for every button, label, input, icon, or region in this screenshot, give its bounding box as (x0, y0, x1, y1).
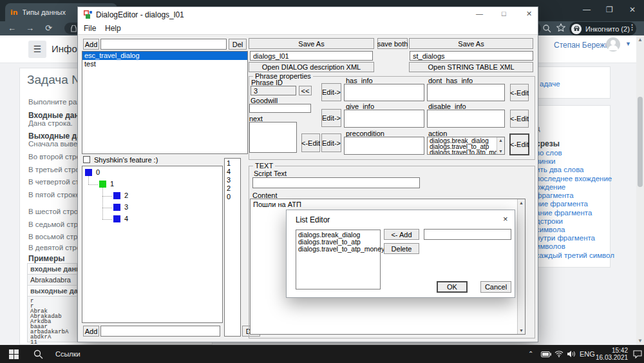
string-file-input[interactable]: st_dialogs (410, 51, 533, 61)
has-info-field[interactable] (344, 84, 424, 101)
menu-dots-icon[interactable]: ⋮ (629, 23, 636, 32)
edit-action-button[interactable]: <-Edit (509, 133, 529, 155)
scroll-up-icon[interactable]: ▲ (638, 37, 643, 43)
browser-maximize-icon[interactable]: ❐ (606, 5, 613, 14)
forward-icon[interactable]: → (26, 23, 34, 33)
tree-node-icon[interactable] (113, 215, 120, 222)
notification-icon[interactable] (633, 350, 642, 358)
tree-node-icon[interactable] (113, 204, 120, 211)
phrase-tree[interactable]: 0 1 2 3 4 (82, 166, 223, 323)
delete-dialog-button[interactable]: Del (229, 39, 247, 50)
avatar[interactable] (606, 37, 620, 52)
menu-help[interactable]: Help (105, 24, 121, 33)
caret-down-icon[interactable]: ▼ (625, 41, 631, 47)
bell-icon[interactable] (543, 40, 551, 49)
tree-node-label[interactable]: 0 (96, 168, 100, 176)
editor-maximize-icon[interactable]: □ (502, 10, 506, 17)
edit-precondition-button[interactable]: Edit-> (321, 133, 341, 152)
open-string-xml-button[interactable]: Open STRING TABLE XML (409, 62, 533, 72)
sidebar-link[interactable]: ождение (536, 183, 565, 191)
edit-give-info-button[interactable]: Edit-> (321, 109, 341, 127)
sidebar-link[interactable]: каждый третий символ (536, 251, 614, 259)
list-delete-button[interactable]: Delete (384, 243, 419, 254)
wifi-icon[interactable] (554, 350, 564, 357)
list-new-item-input[interactable] (424, 229, 511, 240)
add-dialog-button-bottom[interactable]: Add (83, 326, 99, 337)
action-scrollbar[interactable]: ▲ ▼ (497, 137, 504, 154)
dialog-close-icon[interactable]: × (503, 214, 508, 224)
browser-minimize-icon[interactable]: — (583, 5, 591, 14)
page-scrollbar[interactable] (636, 35, 644, 345)
tree-node-icon[interactable] (99, 181, 106, 188)
script-text-input[interactable] (252, 177, 420, 188)
language-indicator[interactable]: ENG (580, 350, 595, 358)
editor-minimize-icon[interactable]: — (476, 10, 483, 17)
sidebar-link[interactable]: ние фрагмента (536, 200, 588, 208)
sidebar-link[interactable]: дстроки (536, 217, 563, 225)
edit-disable-info-button[interactable]: <-Edit (510, 110, 529, 128)
sidebar-link[interactable]: нутри фрагмента (536, 234, 595, 242)
zoom-icon[interactable] (542, 24, 551, 33)
save-dialog-as-button[interactable]: Save As (249, 38, 374, 49)
feature-checkbox[interactable] (83, 156, 90, 163)
scroll-down-icon[interactable]: ▼ (638, 338, 643, 344)
tree-node-label[interactable]: 4 (124, 215, 128, 222)
next-listbox[interactable] (249, 122, 297, 153)
edit-next-button[interactable]: <-Edit (301, 133, 320, 152)
give-info-field[interactable] (344, 110, 424, 128)
save-table-as-button[interactable]: Save As (409, 38, 533, 49)
browser-close-icon[interactable]: ✕ (629, 5, 636, 14)
action-listbox[interactable]: dialogs.break_dialog dialogs.travel_to_a… (427, 137, 505, 155)
start-button[interactable] (9, 349, 19, 359)
scroll-down-icon[interactable]: ▼ (497, 149, 504, 153)
volume-icon[interactable] (567, 350, 576, 358)
clock[interactable]: 15:42 16.03.2021 (596, 347, 628, 361)
search-icon[interactable] (33, 349, 43, 359)
dont-has-info-field[interactable] (427, 84, 505, 101)
dialog-file-input[interactable]: dialogs_l01 (250, 51, 373, 61)
phrase-id-input[interactable]: 3 (251, 86, 296, 95)
sidebar-link[interactable]: ить два слова (536, 166, 584, 173)
battery-icon[interactable] (541, 351, 551, 357)
sidebar-link[interactable]: символа (536, 226, 565, 233)
precondition-field[interactable] (344, 137, 424, 155)
goodwill-input[interactable] (249, 104, 311, 113)
list-add-button[interactable]: <- Add (384, 229, 419, 240)
disable-info-field[interactable] (427, 110, 505, 128)
sidebar-link[interactable]: последнее вхождение (536, 175, 612, 182)
list-editor-listbox[interactable]: dialogs.break_dialog dialogs.travel_to_a… (296, 230, 381, 289)
tree-node-label[interactable]: 1 (110, 180, 114, 188)
add-dialog-input-bottom[interactable] (100, 326, 220, 337)
tree-node-label[interactable]: 2 (124, 191, 128, 199)
menu-file[interactable]: File (84, 24, 96, 33)
back-icon[interactable]: ← (8, 23, 16, 33)
cancel-button[interactable]: Cancel (480, 281, 511, 293)
open-dialog-xml-button[interactable]: Open DIALOG description XML (249, 62, 374, 72)
sidebar-top-link[interactable]: адаче (540, 80, 560, 88)
add-dialog-button[interactable]: Add (83, 39, 99, 50)
sidebar-link[interactable]: имволов (536, 242, 565, 250)
content-scrollbar[interactable]: ▲ ▼ (517, 199, 525, 334)
tree-node-icon[interactable] (113, 192, 120, 199)
rewind-button[interactable]: << (299, 86, 312, 95)
dialog-listbox[interactable]: esc_travel_dialog test (82, 51, 248, 154)
page-scrollbar-thumb[interactable] (638, 97, 643, 187)
add-dialog-input[interactable] (100, 39, 227, 50)
ok-button[interactable]: OK (437, 281, 468, 293)
scroll-down-icon[interactable]: ▼ (518, 328, 525, 333)
tree-node-label[interactable]: 3 (124, 203, 128, 211)
editor-title-bar[interactable]: DialogEditor - dialogs_l01 — □ ✕ (78, 7, 538, 22)
hamburger-icon[interactable]: ☰ (28, 41, 46, 58)
scroll-up-icon[interactable]: ▲ (497, 138, 504, 142)
order-listbox[interactable]: 1 4 3 2 0 (224, 158, 241, 337)
tree-node-icon[interactable] (85, 169, 92, 176)
scroll-up-icon[interactable]: ▲ (518, 201, 525, 205)
taskbar-links-label[interactable]: Ссылки (55, 350, 80, 358)
sidebar-link[interactable]: винки (536, 157, 555, 165)
edit-has-info-button[interactable]: Edit-> (321, 83, 341, 101)
tray-chevron-up-icon[interactable]: ⌃ (528, 350, 533, 357)
editor-close-icon[interactable]: ✕ (526, 10, 532, 18)
reload-icon[interactable]: ⟳ (45, 23, 52, 33)
bookmark-star-icon[interactable] (556, 23, 565, 32)
save-both-button[interactable]: save both (377, 38, 408, 49)
